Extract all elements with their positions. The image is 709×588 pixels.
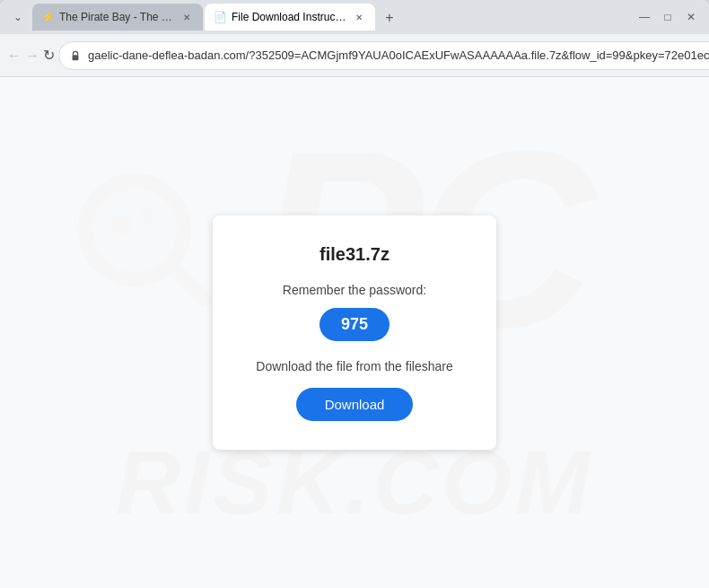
refresh-button[interactable]: ↻ [43, 41, 55, 70]
tab-download-instructions[interactable]: 📄 File Download Instructions for ... ✕ [205, 4, 375, 31]
tab2-favicon: 📄 [214, 11, 226, 23]
download-button[interactable]: Download [296, 388, 414, 421]
tab1-close-button[interactable]: ✕ [179, 10, 194, 24]
tab1-favicon: ⚡ [41, 11, 54, 23]
fileshare-label: Download the file from the fileshare [256, 359, 452, 373]
svg-rect-0 [73, 55, 79, 60]
browser-window: ⌄ ⚡ The Pirate Bay - The galaxy's m... ✕… [0, 0, 709, 588]
forward-button[interactable]: → [25, 41, 39, 70]
tab1-label: The Pirate Bay - The galaxy's m... [59, 11, 174, 23]
page-content: PC RISK.COM file31.7z Remember the passw… [0, 77, 709, 588]
title-bar: ⌄ ⚡ The Pirate Bay - The galaxy's m... ✕… [0, 0, 709, 34]
new-tab-button[interactable]: + [377, 5, 402, 31]
magnify-watermark-icon [72, 167, 215, 311]
svg-point-3 [110, 215, 132, 236]
tab2-label: File Download Instructions for ... [232, 11, 346, 23]
window-controls: — □ ✕ [634, 6, 702, 28]
lock-icon [70, 50, 81, 61]
close-button[interactable]: ✕ [680, 6, 702, 28]
back-button[interactable]: ← [7, 41, 22, 70]
tab-piratebay[interactable]: ⚡ The Pirate Bay - The galaxy's m... ✕ [32, 4, 203, 31]
address-bar[interactable]: gaelic-dane-deflea-badan.com/?352509=ACM… [58, 41, 709, 70]
download-card: file31.7z Remember the password: 975 Dow… [213, 215, 495, 450]
svg-point-1 [85, 180, 184, 279]
tab2-close-button[interactable]: ✕ [352, 10, 366, 24]
tabs-area: ⚡ The Pirate Bay - The galaxy's m... ✕ 📄… [29, 4, 634, 31]
address-text: gaelic-dane-deflea-badan.com/?352509=ACM… [88, 48, 709, 62]
remember-password-label: Remember the password: [256, 283, 452, 297]
svg-point-4 [138, 209, 153, 224]
file-name: file31.7z [256, 244, 452, 265]
minimize-button[interactable]: — [634, 6, 655, 28]
expand-button[interactable]: ⌄ [7, 6, 29, 28]
svg-line-2 [172, 268, 205, 300]
title-bar-left: ⌄ [7, 6, 29, 28]
toolbar: ← → ↻ gaelic-dane-deflea-badan.com/?3525… [0, 34, 709, 77]
password-badge: 975 [319, 308, 390, 341]
maximize-button[interactable]: □ [657, 6, 678, 28]
